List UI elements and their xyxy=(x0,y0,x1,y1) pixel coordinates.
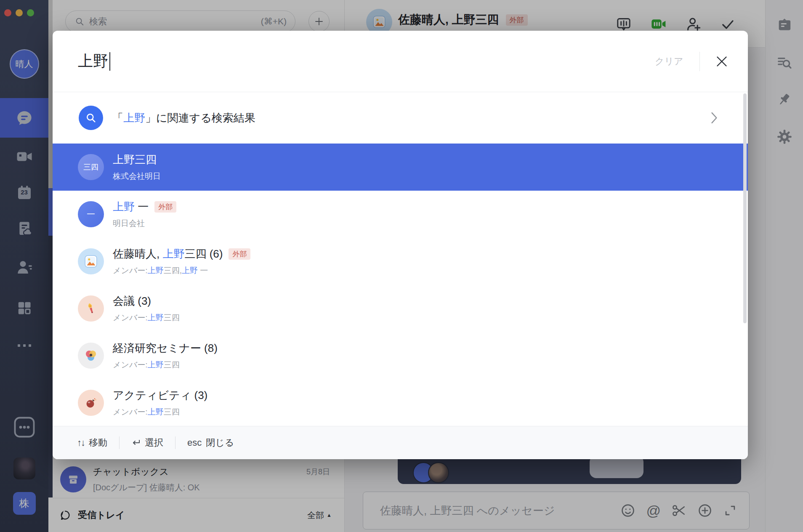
divider xyxy=(119,436,120,449)
search-results-list: 「上野」に関連する検索結果 三四 上野三四 株式会社明日 一 xyxy=(53,92,748,426)
contact-avatar: 三四 xyxy=(78,154,104,180)
result-subtitle: 明日会社 xyxy=(113,218,176,229)
external-badge: 外部 xyxy=(229,248,250,260)
divider xyxy=(699,52,700,71)
footer-select-label: 選択 xyxy=(145,436,163,449)
related-search-row[interactable]: 「上野」に関連する検索結果 xyxy=(53,92,748,144)
search-result-row[interactable]: 会議 (3) メンバー:上野三四 xyxy=(53,285,748,332)
search-result-row[interactable]: アクティビティ (3) メンバー:上野三四 xyxy=(53,379,748,426)
result-title: 会議 (3) xyxy=(113,294,151,309)
search-circle-icon xyxy=(79,106,103,130)
divider xyxy=(175,436,175,449)
query-text: 上野 xyxy=(78,51,108,72)
arrow-keys-icon: ↑↓ xyxy=(77,437,85,448)
search-result-row[interactable]: 経済研究セミナー (8) メンバー:上野三四 xyxy=(53,332,748,379)
contact-avatar: 一 xyxy=(78,201,104,227)
clear-button[interactable]: クリア xyxy=(655,55,683,68)
result-title: 上野 一 外部 xyxy=(113,200,176,214)
text-caret xyxy=(109,52,110,71)
app-window: 晴人 23 xyxy=(0,0,803,532)
footer-close-label: 閉じる xyxy=(206,436,234,449)
close-button[interactable] xyxy=(716,56,728,67)
external-badge: 外部 xyxy=(154,201,176,213)
modal-search-bar: 上野 クリア xyxy=(53,31,748,92)
result-members: メンバー:上野三四 xyxy=(113,407,207,418)
modal-search-input[interactable]: 上野 xyxy=(78,51,655,72)
esc-key-label: esc xyxy=(187,437,202,448)
result-title: アクティビティ (3) xyxy=(113,388,207,403)
group-torch-avatar xyxy=(78,295,104,322)
result-members: メンバー:上野三四 xyxy=(113,312,180,323)
result-title: 上野三四 xyxy=(113,152,157,167)
search-result-row[interactable]: 三四 上野三四 株式会社明日 xyxy=(53,144,748,191)
enter-key-icon xyxy=(131,439,141,447)
footer-move-label: 移動 xyxy=(89,436,107,449)
group-bomb-avatar xyxy=(78,390,104,416)
group-image-avatar xyxy=(78,248,104,274)
result-subtitle: 株式会社明日 xyxy=(113,171,161,182)
modal-scrollbar[interactable] xyxy=(743,93,747,323)
result-members: メンバー:上野三四 xyxy=(113,359,218,370)
result-title: 経済研究セミナー (8) xyxy=(113,341,218,356)
result-title: 佐藤晴人, 上野三四 (6) 外部 xyxy=(113,247,250,261)
search-result-row[interactable]: 佐藤晴人, 上野三四 (6) 外部 メンバー:上野三四,上野 一 xyxy=(53,238,748,285)
chevron-right-icon xyxy=(711,112,718,124)
modal-footer: ↑↓ 移動 選択 esc 閉じる xyxy=(53,426,748,459)
related-search-text: 「上野」に関連する検索結果 xyxy=(112,111,711,125)
search-result-row[interactable]: 一 上野 一 外部 明日会社 xyxy=(53,191,748,238)
search-modal: 上野 クリア 「上野」に関連する検索結果 xyxy=(53,31,748,459)
group-venn-avatar xyxy=(78,343,104,369)
result-members: メンバー:上野三四,上野 一 xyxy=(113,265,250,276)
